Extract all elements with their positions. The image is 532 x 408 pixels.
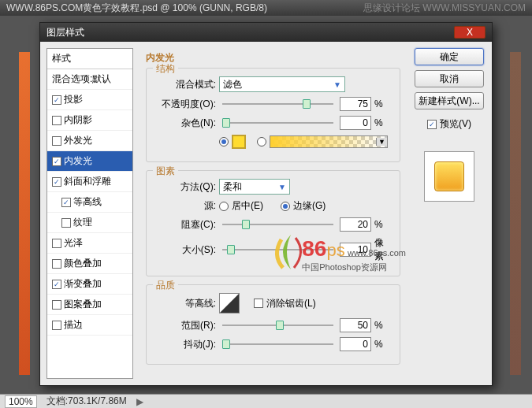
ok-button[interactable]: 确定: [415, 48, 484, 65]
dialog-title: 图层样式: [47, 26, 84, 39]
style-label: 颜色叠加: [64, 257, 102, 270]
zoom-level[interactable]: 100%: [5, 395, 37, 408]
opacity-slider[interactable]: [222, 97, 333, 111]
styles-header[interactable]: 样式: [47, 49, 132, 69]
doc-size: 文档:703.1K/7.86M: [47, 395, 127, 408]
style-checkbox[interactable]: [61, 198, 71, 207]
style-label: 外发光: [64, 134, 92, 147]
style-item[interactable]: 内阴影: [47, 110, 132, 131]
app-title-right: 思缘设计论坛 WWW.MISSYUAN.COM: [363, 2, 526, 15]
style-checkbox[interactable]: [52, 300, 61, 310]
style-checkbox[interactable]: [52, 280, 61, 289]
style-label: 光泽: [64, 236, 83, 250]
jitter-label: 抖动(J):: [158, 338, 216, 351]
canvas-content-left: [19, 52, 30, 375]
style-list: 样式 混合选项:默认 投影内阴影外发光内发光斜面和浮雕等高线纹理光泽颜色叠加渐变…: [47, 48, 133, 379]
chevron-down-icon: ▼: [278, 183, 286, 191]
app-titlebar: WWW.86PS.COM黄色字效教程.psd @ 100% (GUNN, RGB…: [0, 0, 532, 16]
choke-input[interactable]: 20: [340, 217, 371, 232]
size-label: 大小(S):: [158, 243, 216, 257]
style-item[interactable]: 投影: [47, 90, 132, 110]
gradient-radio[interactable]: [257, 137, 266, 147]
choke-slider[interactable]: [222, 217, 333, 232]
panel-title: 内发光: [146, 51, 400, 65]
antialias-checkbox[interactable]: [254, 299, 263, 308]
style-label: 纹理: [73, 216, 92, 229]
style-label: 图案叠加: [64, 298, 102, 311]
style-checkbox[interactable]: [52, 177, 61, 187]
status-bar: 100% 文档:703.1K/7.86M ▶: [0, 394, 532, 408]
style-checkbox[interactable]: [52, 95, 61, 105]
style-checkbox[interactable]: [52, 136, 61, 146]
blend-defaults-item[interactable]: 混合选项:默认: [47, 69, 132, 90]
source-center-radio[interactable]: [219, 202, 229, 211]
style-item[interactable]: 颜色叠加: [47, 254, 132, 274]
canvas-content-right: [510, 52, 521, 375]
source-edge-radio[interactable]: [281, 202, 290, 211]
style-item[interactable]: 图案叠加: [47, 295, 132, 315]
range-slider[interactable]: [222, 318, 333, 332]
preview-thumbnail: [424, 151, 474, 202]
range-input[interactable]: 50: [340, 318, 371, 332]
style-item[interactable]: 等高线: [47, 192, 132, 213]
gradient-picker[interactable]: ▼: [270, 135, 388, 148]
technique-label: 方法(Q):: [158, 180, 216, 194]
style-item[interactable]: 外发光: [47, 131, 132, 151]
style-item[interactable]: 光泽: [47, 233, 132, 254]
noise-input[interactable]: 0: [340, 116, 371, 130]
jitter-slider[interactable]: [222, 337, 333, 351]
style-item[interactable]: 斜面和浮雕: [47, 172, 132, 192]
style-label: 内阴影: [64, 113, 92, 127]
chevron-down-icon: ▼: [376, 138, 387, 146]
technique-select[interactable]: 柔和▼: [219, 179, 290, 195]
blend-mode-label: 混合模式:: [158, 78, 216, 91]
style-label: 斜面和浮雕: [64, 175, 111, 188]
style-label: 描边: [64, 318, 83, 332]
size-input[interactable]: 10: [340, 243, 371, 257]
cancel-button[interactable]: 取消: [415, 70, 484, 87]
options-panel: 内发光 结构 混合模式: 滤色▼ 不透明度(O): 75 % 杂色(N):: [140, 48, 407, 379]
color-swatch[interactable]: [232, 135, 246, 149]
structure-group: 结构 混合模式: 滤色▼ 不透明度(O): 75 % 杂色(N): 0: [146, 68, 400, 162]
style-item[interactable]: 纹理: [47, 213, 132, 233]
noise-label: 杂色(N):: [158, 117, 216, 130]
style-checkbox[interactable]: [52, 259, 61, 269]
chevron-down-icon: ▼: [333, 80, 341, 89]
opacity-input[interactable]: 75: [340, 97, 371, 111]
style-checkbox[interactable]: [61, 218, 71, 228]
opacity-label: 不透明度(O):: [158, 98, 216, 111]
range-label: 范围(R):: [158, 319, 216, 332]
quality-group: 品质 等高线: 消除锯齿(L) 范围(R): 50 % 抖动(J):: [146, 284, 400, 365]
style-label: 内发光: [64, 154, 92, 168]
style-checkbox[interactable]: [52, 239, 61, 248]
style-label: 渐变叠加: [64, 277, 102, 291]
elements-group: 图素 方法(Q): 柔和▼ 源: 居中(E) 边缘(G) 阻塞(C):: [146, 170, 400, 276]
dialog-titlebar[interactable]: 图层样式 X: [40, 23, 492, 42]
style-checkbox[interactable]: [52, 157, 61, 166]
contour-label: 等高线:: [158, 297, 216, 310]
close-button[interactable]: X: [454, 26, 485, 39]
source-label: 源:: [158, 199, 216, 213]
color-radio[interactable]: [219, 137, 229, 147]
noise-slider[interactable]: [222, 116, 333, 130]
style-item[interactable]: 描边: [47, 315, 132, 336]
size-slider[interactable]: [222, 243, 333, 257]
style-item[interactable]: 内发光: [47, 151, 132, 172]
style-item[interactable]: 渐变叠加: [47, 274, 132, 295]
layer-style-dialog: 图层样式 X 样式 混合选项:默认 投影内阴影外发光内发光斜面和浮雕等高线纹理光…: [39, 22, 493, 386]
blend-mode-select[interactable]: 滤色▼: [219, 76, 345, 92]
app-title-left: WWW.86PS.COM黄色字效教程.psd @ 100% (GUNN, RGB…: [6, 2, 267, 15]
style-label: 投影: [64, 93, 83, 106]
jitter-input[interactable]: 0: [340, 337, 371, 351]
style-label: 等高线: [73, 195, 102, 209]
dialog-buttons: 确定 取消 新建样式(W)... 预览(V): [413, 48, 485, 379]
preview-checkbox[interactable]: [427, 120, 437, 129]
style-checkbox[interactable]: [52, 116, 61, 125]
new-style-button[interactable]: 新建样式(W)...: [415, 92, 484, 109]
contour-picker[interactable]: [219, 293, 240, 313]
style-checkbox[interactable]: [52, 321, 61, 330]
choke-label: 阻塞(C):: [158, 218, 216, 232]
